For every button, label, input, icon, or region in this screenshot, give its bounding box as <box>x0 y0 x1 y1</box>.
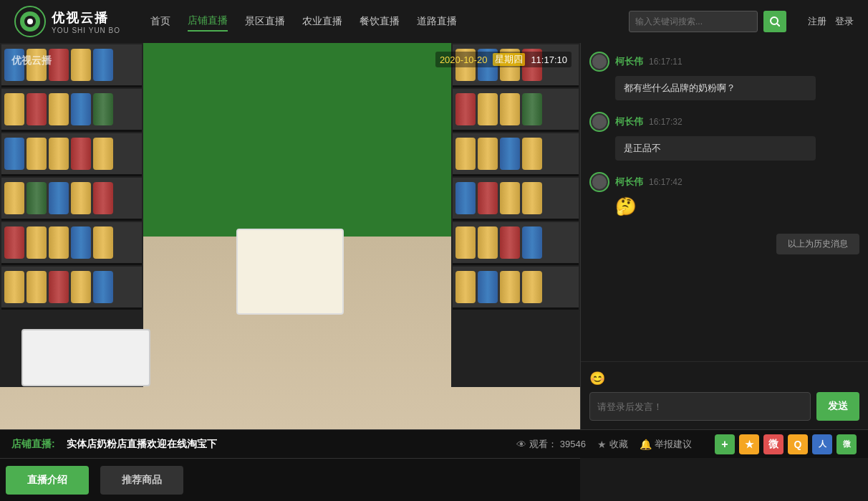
shelf-row <box>453 267 579 310</box>
green-wall <box>143 43 451 237</box>
social-share-icons: + ★ 微 Q 人 微 <box>715 434 857 454</box>
chat-input-field[interactable] <box>589 392 811 421</box>
chat-username: 柯长伟 <box>615 115 643 128</box>
video-time: 11:17:10 <box>531 54 567 65</box>
history-divider: 以上为历史消息 <box>589 234 859 254</box>
search-button[interactable] <box>763 11 786 32</box>
avatar <box>589 52 609 72</box>
logo-icon <box>14 6 46 37</box>
tab-bar: 直播介绍 推荐商品 <box>0 458 580 501</box>
renren-icon[interactable]: 人 <box>812 434 832 454</box>
history-button[interactable]: 以上为历史消息 <box>776 234 859 254</box>
nav-road-live[interactable]: 道路直播 <box>417 12 457 31</box>
video-watermark: 优视云播 <box>11 54 52 67</box>
can <box>26 93 47 125</box>
can <box>522 271 542 303</box>
tab-intro[interactable]: 直播介绍 <box>6 466 89 495</box>
can <box>4 182 24 214</box>
views-label: 观看： <box>529 438 557 451</box>
chat-emoji: 🤔 <box>615 196 816 216</box>
can <box>26 226 47 259</box>
stream-title: 实体店奶粉店直播欢迎在线淘宝下 <box>67 438 217 451</box>
search-icon <box>770 16 780 27</box>
can <box>478 271 498 303</box>
nav-scenic-live[interactable]: 景区直播 <box>245 12 285 31</box>
report-item[interactable]: 🔔 举报建议 <box>640 438 692 451</box>
can <box>26 182 47 214</box>
chat-message: 柯长伟 16:17:11 都有些什么品牌的奶粉啊？ <box>589 52 859 100</box>
avatar <box>589 172 609 192</box>
auth-area: 注册 登录 <box>808 15 854 28</box>
main-nav: 首页 店铺直播 景区直播 农业直播 餐饮直播 道路直播 <box>150 11 607 32</box>
can <box>93 93 113 125</box>
weibo-icon[interactable]: 微 <box>763 434 783 454</box>
avatar-image <box>592 175 607 189</box>
star-icon[interactable]: ★ <box>739 434 759 454</box>
login-button[interactable]: 登录 <box>835 15 854 28</box>
can <box>455 93 476 125</box>
bottom-stats: 👁 观看： 39546 ★ 收藏 🔔 举报建议 <box>516 438 692 451</box>
chat-panel: 柯长伟 16:17:11 都有些什么品牌的奶粉啊？ 柯长伟 16:17:32 是… <box>580 43 868 429</box>
svg-point-4 <box>771 17 778 24</box>
center-table <box>236 229 344 315</box>
send-button[interactable]: 发送 <box>816 392 859 421</box>
chat-username: 柯长伟 <box>615 176 643 189</box>
favorite-icon: ★ <box>597 439 607 450</box>
video-date: 2020-10-20 <box>440 54 488 65</box>
wechat-icon[interactable]: 微 <box>836 434 857 454</box>
chat-bubble: 是正品不 <box>615 136 816 161</box>
can <box>49 271 69 303</box>
can <box>478 226 498 259</box>
svg-point-3 <box>27 19 33 24</box>
logo-english: YOU SHI YUN BO <box>52 27 120 34</box>
avatar <box>589 112 609 132</box>
search-input[interactable] <box>629 11 758 32</box>
shelf-row <box>1 267 142 310</box>
chat-input-area: 😊 发送 <box>581 361 868 429</box>
can <box>71 93 91 125</box>
chat-username: 柯长伟 <box>615 55 643 68</box>
favorite-label: 收藏 <box>609 438 628 451</box>
nav-home[interactable]: 首页 <box>150 12 170 31</box>
tab-products[interactable]: 推荐商品 <box>100 466 183 495</box>
can <box>71 182 91 214</box>
view-count: 👁 观看： 39546 <box>516 438 586 451</box>
video-timestamp: 2020-10-20 星期四 11:17:10 <box>435 52 572 67</box>
can <box>49 182 69 214</box>
add-icon[interactable]: + <box>715 434 735 454</box>
can <box>522 138 542 170</box>
qzone-icon[interactable]: Q <box>788 434 808 454</box>
nav-store-live[interactable]: 店铺直播 <box>188 11 228 32</box>
can <box>522 182 542 214</box>
svg-line-5 <box>777 24 780 27</box>
shelf-row <box>453 89 579 132</box>
can <box>522 226 542 259</box>
can <box>49 49 69 81</box>
can <box>455 226 476 259</box>
can <box>93 226 113 259</box>
can <box>26 271 47 303</box>
store-counter <box>21 329 150 386</box>
can <box>4 271 24 303</box>
stream-category-label: 店铺直播: <box>11 438 55 451</box>
nav-agri-live[interactable]: 农业直播 <box>302 12 342 31</box>
can <box>71 226 91 259</box>
register-button[interactable]: 注册 <box>808 15 826 28</box>
chat-input-row: 发送 <box>589 392 859 421</box>
chat-message: 柯长伟 16:17:42 🤔 <box>589 172 859 216</box>
avatar-image <box>592 54 607 69</box>
can <box>478 93 498 125</box>
can <box>500 138 520 170</box>
video-player[interactable]: 优视云播 2020-10-20 星期四 11:17:10 <box>0 43 580 429</box>
can <box>71 271 91 303</box>
can <box>478 182 498 214</box>
shelf-row <box>453 222 579 265</box>
bottom-section: 直播介绍 推荐商品 <box>0 458 868 501</box>
can <box>500 271 520 303</box>
emoji-picker-icon[interactable]: 😊 <box>589 371 605 386</box>
chat-messages: 柯长伟 16:17:11 都有些什么品牌的奶粉啊？ 柯长伟 16:17:32 是… <box>581 43 868 361</box>
favorite-item[interactable]: ★ 收藏 <box>597 438 628 451</box>
nav-food-live[interactable]: 餐饮直播 <box>360 12 400 31</box>
can <box>455 182 476 214</box>
main-content: 优视云播 2020-10-20 星期四 11:17:10 柯长伟 16:17:1… <box>0 43 868 429</box>
